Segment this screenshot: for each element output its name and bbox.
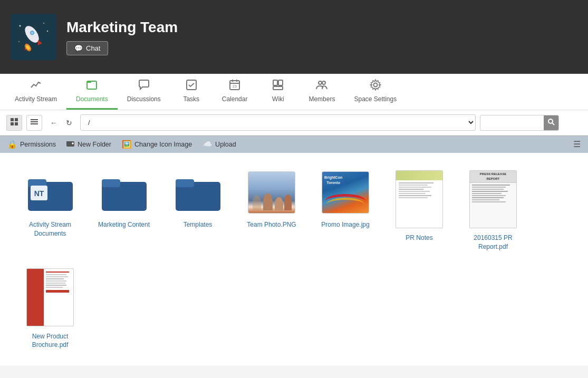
wiki-icon (272, 79, 284, 93)
file-name: Promo Image.jpg (321, 220, 369, 229)
new-folder-action[interactable]: New Folder (66, 140, 111, 149)
upload-label: Upload (215, 141, 236, 148)
grid-view-button[interactable] (6, 115, 22, 131)
svg-rect-36 (66, 141, 70, 143)
calendar-icon: 23 (229, 79, 240, 93)
svg-rect-26 (11, 118, 14, 121)
new-folder-label: New Folder (78, 141, 111, 148)
image-thumbnail (248, 171, 295, 214)
svg-rect-32 (31, 123, 38, 124)
tab-space-settings-label: Space Settings (354, 95, 397, 103)
tab-documents-label: Documents (76, 95, 108, 103)
chat-label: Chat (86, 44, 100, 52)
permissions-icon: 🔒 (7, 140, 17, 149)
tab-activity-stream-label: Activity Stream (15, 95, 57, 103)
tab-calendar[interactable]: 23 Calendar (213, 74, 257, 110)
svg-line-34 (552, 123, 554, 125)
svg-point-23 (319, 81, 322, 84)
file-name: Activity StreamDocuments (29, 220, 71, 238)
svg-point-24 (322, 81, 325, 84)
tab-activity-stream[interactable]: Activity Stream (5, 74, 66, 110)
svg-rect-31 (31, 121, 38, 122)
chat-icon: 💬 (74, 44, 83, 52)
new-folder-icon (66, 140, 75, 149)
change-icon-action[interactable]: 🖼️ Change Icon Image (122, 140, 192, 149)
tasks-icon (186, 79, 197, 93)
change-icon-label: Change Icon Image (134, 141, 192, 148)
svg-point-4 (18, 41, 20, 42)
file-name: Templates (184, 220, 213, 229)
refresh-button[interactable]: ↻ (62, 117, 76, 129)
file-item-team-photo[interactable]: Team Photo.PNG (237, 163, 306, 257)
nav-arrows: ← ↻ (46, 117, 76, 129)
header-info: Marketing Team 💬 Chat (66, 19, 178, 55)
svg-rect-13 (87, 81, 91, 83)
tab-discussions-label: Discussions (127, 95, 161, 103)
svg-rect-46 (176, 179, 194, 187)
file-item-new-product-brochure[interactable]: New ProductBrochure.pdf (16, 262, 84, 355)
folder-icon-wrap (171, 169, 224, 216)
doc-thumb-wrap (24, 267, 76, 328)
tab-space-settings[interactable]: Space Settings (344, 74, 406, 110)
tab-tasks-label: Tasks (183, 95, 199, 103)
tab-documents[interactable]: Documents (66, 74, 118, 110)
file-item-marketing-content[interactable]: Marketing Content (90, 163, 158, 257)
svg-rect-28 (11, 122, 14, 125)
image-thumbnail: BrightCon Toronto (322, 171, 369, 214)
change-icon-icon: 🖼️ (122, 140, 132, 149)
members-icon (316, 79, 327, 93)
file-name: PR Notes (406, 234, 432, 243)
file-name: Marketing Content (98, 220, 150, 229)
svg-rect-44 (102, 179, 120, 187)
nav-tabs: Activity Stream Documents Discussions Ta… (0, 74, 588, 110)
file-item-templates[interactable]: Templates (163, 163, 232, 257)
file-item-promo-image[interactable]: BrightCon Toronto Promo Image.jpg (311, 163, 380, 257)
tab-calendar-label: Calendar (222, 95, 248, 103)
tab-tasks[interactable]: Tasks (170, 74, 213, 110)
svg-rect-30 (31, 119, 38, 120)
chat-button[interactable]: 💬 Chat (66, 41, 108, 55)
permissions-label: Permissions (20, 141, 56, 148)
doc-thumb-wrap (393, 169, 446, 229)
tab-wiki-label: Wiki (272, 95, 284, 103)
file-item-activity-stream-docs[interactable]: NT Activity StreamDocuments (16, 163, 84, 257)
svg-point-33 (548, 119, 553, 123)
file-item-pr-report[interactable]: PRESS RELEASEREPORT 20160315 PRReport.pd… (459, 163, 527, 257)
image-thumb-wrap (245, 169, 298, 216)
folder-icon-wrap: NT (24, 169, 76, 216)
toolbar-row: ← ↻ / (0, 110, 588, 135)
file-item-pr-notes[interactable]: PR Notes (385, 163, 454, 257)
svg-point-3 (47, 31, 48, 32)
tab-members-label: Members (309, 95, 335, 103)
svg-point-2 (43, 23, 44, 24)
svg-rect-20 (273, 80, 277, 85)
file-name: New ProductBrochure.pdf (32, 332, 69, 350)
search-input[interactable] (480, 115, 544, 130)
svg-rect-27 (15, 118, 18, 121)
space-logo (11, 14, 57, 60)
image-thumb-wrap: BrightCon Toronto (319, 169, 372, 216)
back-button[interactable]: ← (46, 117, 61, 129)
search-box (480, 115, 559, 131)
space-title: Marketing Team (66, 19, 178, 36)
list-view-button[interactable] (26, 115, 42, 131)
upload-action[interactable]: ☁️ Upload (203, 140, 236, 149)
svg-rect-29 (15, 122, 18, 125)
file-grid: NT Activity StreamDocuments Marketing Co… (0, 153, 588, 365)
activity-stream-icon (30, 79, 42, 93)
tab-wiki[interactable]: Wiki (257, 74, 299, 110)
svg-text:NT: NT (34, 189, 44, 198)
svg-text:23: 23 (233, 84, 237, 88)
space-settings-icon (370, 79, 381, 93)
action-bar-menu[interactable]: ☰ (573, 139, 581, 149)
tab-discussions[interactable]: Discussions (118, 74, 170, 110)
documents-icon (86, 79, 98, 93)
search-button[interactable] (544, 115, 559, 130)
tab-members[interactable]: Members (299, 74, 344, 110)
doc-thumb-wrap: PRESS RELEASEREPORT (467, 169, 519, 229)
file-name: 20160315 PRReport.pdf (474, 234, 512, 251)
svg-point-1 (20, 25, 21, 27)
action-bar: 🔒 Permissions New Folder 🖼️ Change Icon … (0, 135, 588, 153)
path-select[interactable]: / (80, 114, 476, 131)
permissions-action[interactable]: 🔒 Permissions (7, 140, 56, 149)
